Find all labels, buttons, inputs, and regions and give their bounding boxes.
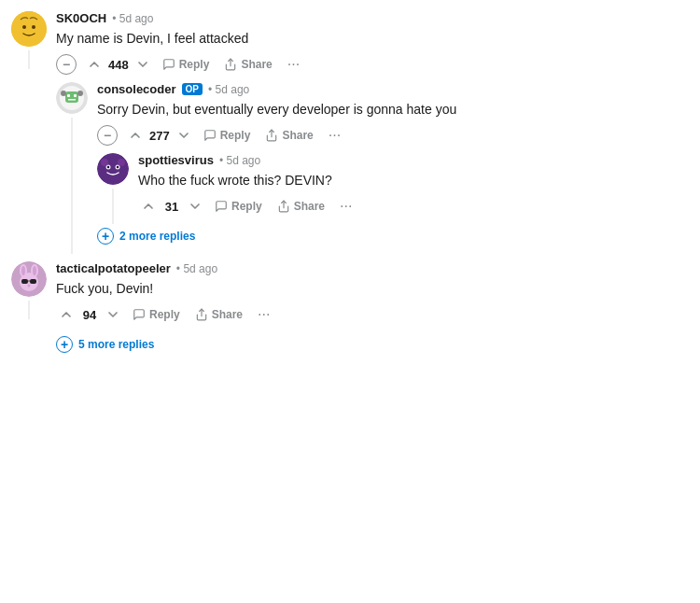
svg-point-25 <box>21 266 25 275</box>
svg-point-11 <box>77 91 83 96</box>
comment-text-tacticalpotatopeeler: Fuck you, Devin! <box>56 279 689 299</box>
upvote-btn-skooch[interactable] <box>84 54 105 75</box>
more-btn-spottiesvirus[interactable]: ··· <box>334 196 357 217</box>
svg-rect-6 <box>65 91 78 103</box>
action-bar-tacticalpotatopeeler: 94 Reply Share ··· <box>56 304 689 325</box>
share-btn-spottiesvirus[interactable]: Share <box>272 197 330 216</box>
downvote-btn-tacticalpotatopeeler[interactable] <box>103 304 123 325</box>
more-replies-btn-consolecoder[interactable]: + 2 more replies <box>97 224 195 248</box>
avatar-spottiesvirus <box>97 153 129 185</box>
comment-text-consolecoder: Sorry Devin, but eventually every develo… <box>97 100 689 119</box>
comment-body-tacticalpotatopeeler: tacticalpotatopeeler • 5d ago Fuck you, … <box>56 261 689 362</box>
share-btn-skooch[interactable]: Share <box>218 55 277 74</box>
comment-text-skooch: My name is Devin, I feel attacked <box>56 29 689 49</box>
vote-area-skooch: 448 <box>84 54 153 75</box>
downvote-btn-spottiesvirus[interactable] <box>185 196 205 217</box>
share-btn-consolecoder[interactable]: Share <box>259 126 318 145</box>
svg-rect-7 <box>67 94 70 97</box>
thread-line-consolecoder[interactable] <box>71 118 73 254</box>
vote-count-tacticalpotatopeeler: 94 <box>80 308 99 322</box>
comment-skooch: SK0OCH • 5d ago My name is Devin, I feel… <box>11 11 689 254</box>
timestamp-skooch: • 5d ago <box>112 12 153 25</box>
svg-point-19 <box>118 159 125 166</box>
svg-point-18 <box>101 159 108 166</box>
svg-point-13 <box>97 153 129 185</box>
svg-point-26 <box>33 266 36 275</box>
timestamp-spottiesvirus: • 5d ago <box>219 154 260 167</box>
svg-rect-27 <box>21 279 28 284</box>
upvote-btn-tacticalpotatopeeler[interactable] <box>56 304 77 325</box>
username-consolecoder: consolecoder <box>97 82 176 96</box>
upvote-btn-consolecoder[interactable] <box>125 125 146 146</box>
comment-header-tacticalpotatopeeler: tacticalpotatopeeler • 5d ago <box>56 261 689 275</box>
vote-count-skooch: 448 <box>108 58 129 72</box>
reply-btn-spottiesvirus[interactable]: Reply <box>209 197 268 216</box>
vote-area-tacticalpotatopeeler: 94 <box>56 304 123 325</box>
svg-point-1 <box>22 25 26 29</box>
reply-btn-tacticalpotatopeeler[interactable]: Reply <box>127 305 186 324</box>
comment-header-spottiesvirus: spottiesvirus • 5d ago <box>138 153 689 167</box>
avatar-tacticalpotatopeeler <box>11 261 47 297</box>
svg-point-10 <box>61 91 66 96</box>
upvote-btn-spottiesvirus[interactable] <box>138 196 159 217</box>
thread-line-tacticalpotatopeeler[interactable] <box>28 301 30 319</box>
action-bar-spottiesvirus: 31 Reply Share <box>138 196 689 217</box>
more-replies-btn-tacticalpotatopeeler[interactable]: + 5 more replies <box>56 332 154 357</box>
timestamp-consolecoder: • 5d ago <box>208 83 249 96</box>
reply-btn-consolecoder[interactable]: Reply <box>198 126 257 145</box>
username-spottiesvirus: spottiesvirus <box>138 153 214 167</box>
comment-left-tacticalpotatopeeler <box>11 261 47 319</box>
comment-body-skooch: SK0OCH • 5d ago My name is Devin, I feel… <box>56 11 689 254</box>
collapse-btn-skooch[interactable]: − <box>56 54 77 75</box>
more-replies-icon-consolecoder: + <box>97 228 114 245</box>
thread-line-spottiesvirus[interactable] <box>112 189 114 224</box>
more-btn-skooch[interactable]: ··· <box>282 54 305 75</box>
downvote-btn-consolecoder[interactable] <box>174 125 194 146</box>
timestamp-tacticalpotatopeeler: • 5d ago <box>176 262 217 275</box>
vote-count-consolecoder: 277 <box>149 129 170 143</box>
svg-point-17 <box>117 166 119 168</box>
reply-btn-skooch[interactable]: Reply <box>157 55 216 74</box>
comment-tacticalpotatopeeler: tacticalpotatopeeler • 5d ago Fuck you, … <box>11 261 689 362</box>
svg-rect-9 <box>68 99 76 101</box>
more-btn-consolecoder[interactable]: ··· <box>323 125 346 146</box>
username-skooch: SK0OCH <box>56 11 106 25</box>
collapse-btn-consolecoder[interactable]: − <box>97 125 118 146</box>
action-bar-skooch: − 448 Reply Share ··· <box>56 54 689 75</box>
action-bar-consolecoder: − 277 Reply <box>97 125 689 146</box>
svg-point-30 <box>28 285 31 287</box>
avatar-consolecoder <box>56 82 88 114</box>
share-btn-tacticalpotatopeeler[interactable]: Share <box>189 305 248 324</box>
svg-point-0 <box>11 11 47 47</box>
more-replies-label-tacticalpotatopeeler: 5 more replies <box>78 338 154 351</box>
vote-area-consolecoder: 277 <box>125 125 194 146</box>
comment-header-consolecoder: consolecoder OP • 5d ago <box>97 82 689 96</box>
avatar-skooch <box>11 11 47 47</box>
vote-area-spottiesvirus: 31 <box>138 196 205 217</box>
more-replies-label-consolecoder: 2 more replies <box>119 230 195 243</box>
op-badge-consolecoder: OP <box>182 83 203 95</box>
svg-rect-8 <box>74 94 77 97</box>
comment-left-skooch <box>11 11 47 69</box>
svg-point-16 <box>107 166 109 168</box>
thread-line-skooch[interactable] <box>28 50 30 69</box>
comment-header-skooch: SK0OCH • 5d ago <box>56 11 689 25</box>
downvote-btn-skooch[interactable] <box>133 54 153 75</box>
more-btn-tacticalpotatopeeler[interactable]: ··· <box>252 304 275 325</box>
comment-text-spottiesvirus: Who the fuck wrote this? DEVIN? <box>138 171 689 190</box>
svg-rect-28 <box>30 279 36 284</box>
vote-count-spottiesvirus: 31 <box>162 200 181 214</box>
more-replies-icon-tacticalpotatopeeler: + <box>56 336 73 353</box>
svg-point-2 <box>32 25 35 29</box>
username-tacticalpotatopeeler: tacticalpotatopeeler <box>56 261 171 275</box>
